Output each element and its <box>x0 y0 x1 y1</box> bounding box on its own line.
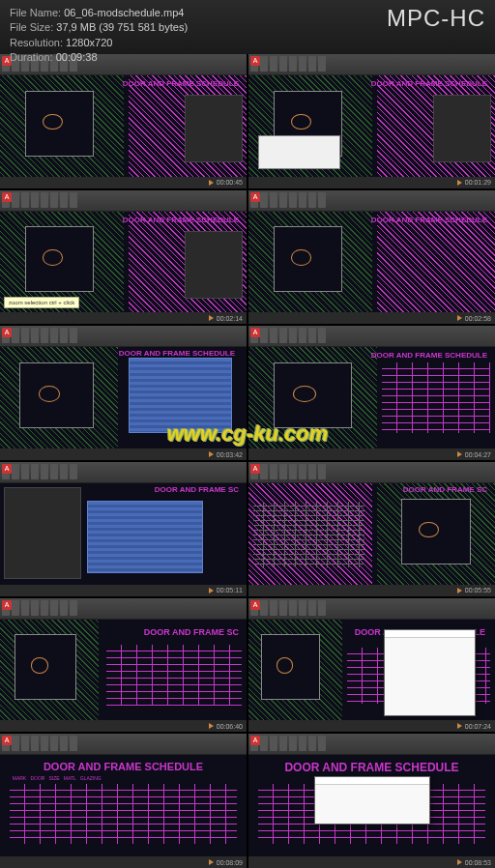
properties-panel[interactable] <box>185 95 243 162</box>
timestamp: 00:03:42 <box>217 451 243 458</box>
drawing-canvas: DOOR AND FRAME SCHEDULE MARK DOOR SIZE M… <box>0 755 247 856</box>
status-bar: 00:08:53 <box>248 856 495 868</box>
schedule-title: DOOR AND FRAME SCHEDULE <box>119 349 235 358</box>
timestamp: 00:02:14 <box>217 315 243 322</box>
app-title: MPC-HC <box>387 2 485 35</box>
ribbon-toolbar <box>0 734 247 755</box>
autocad-icon: A <box>2 736 12 745</box>
autocad-icon: A <box>250 736 260 745</box>
thumbnail-4[interactable]: A DOOR AND FRAME SCHEDULE 00:02:58 <box>248 190 495 325</box>
thumbnail-6[interactable]: A DOOR AND FRAME SCHEDULE 00:04:27 <box>248 326 495 460</box>
drawing-canvas: DOOR AND FRAME SC <box>248 483 495 585</box>
drawing-canvas: DOOR AND FRAME SCHEDULE <box>248 620 495 721</box>
status-bar: 00:07:24 <box>248 720 495 732</box>
schedule-title: DOOR AND FRAME SCHEDULE <box>44 761 203 772</box>
col-mark: MARK <box>13 775 26 781</box>
play-icon <box>457 859 462 865</box>
drawing-canvas: DOOR AND FRAME SCHEDULE <box>0 75 247 177</box>
timestamp: 00:07:24 <box>465 723 491 730</box>
thumbnail-7[interactable]: A DOOR AND FRAME SC 00:05:11 <box>0 462 247 596</box>
status-bar: 00:02:58 <box>248 312 495 324</box>
file-size-label: File Size: <box>10 21 53 33</box>
timestamp: 00:00:45 <box>217 179 243 186</box>
file-name-value: 06_06-modschedule.mp4 <box>64 7 184 18</box>
schedule-title: DOOR AND FRAME SCHEDULE <box>371 216 487 224</box>
timestamp: 00:05:11 <box>217 587 243 593</box>
drawing-canvas: DOOR AND FRAME SCHEDULE <box>248 212 495 313</box>
autocad-icon: A <box>2 328 12 337</box>
data-table[interactable] <box>129 358 232 434</box>
autocad-icon: A <box>2 192 12 202</box>
autocad-icon: A <box>250 192 260 202</box>
ribbon-toolbar <box>248 598 495 620</box>
options-panel[interactable] <box>4 487 81 579</box>
status-bar: 00:03:42 <box>0 448 247 460</box>
properties-panel[interactable] <box>433 95 491 162</box>
schedule-title: DOOR AND FRAME SCHEDULE <box>123 216 239 224</box>
thumbnail-8[interactable]: A DOOR AND FRAME SC 00:05:55 <box>248 462 495 596</box>
resolution-label: Resolution: <box>10 37 63 48</box>
ribbon-toolbar <box>248 190 495 212</box>
drawing-canvas: DOOR AND FRAME SCHEDULE <box>248 755 495 856</box>
timestamp: 00:08:09 <box>217 859 243 866</box>
timestamp: 00:06:40 <box>217 723 243 730</box>
ribbon-toolbar <box>248 734 495 755</box>
play-icon <box>209 723 214 729</box>
play-icon <box>209 859 214 865</box>
status-bar: 00:01:29 <box>248 177 495 188</box>
drawing-canvas: DOOR AND FRAME SCHEDULE <box>0 347 247 448</box>
schedule-title: DOOR AND FRAME SC <box>403 485 487 494</box>
file-size-value: 37,9 MB (39 751 581 bytes) <box>56 21 188 33</box>
play-icon <box>457 315 462 321</box>
data-table[interactable] <box>87 501 203 573</box>
file-name-label: File Name: <box>10 7 61 18</box>
duration-label: Duration: <box>10 51 53 63</box>
ribbon-toolbar <box>248 462 495 483</box>
autocad-icon: A <box>2 600 12 610</box>
timestamp: 00:05:55 <box>465 587 491 593</box>
thumbnail-10[interactable]: A DOOR AND FRAME SCHEDULE 00:07:24 <box>248 598 495 733</box>
col-door: DOOR <box>30 775 44 781</box>
schedule-title: DOOR AND FRAME SCHEDULE <box>123 79 239 88</box>
thumbnail-9[interactable]: A DOOR AND FRAME SC 00:06:40 <box>0 598 247 733</box>
thumbnail-1[interactable]: A DOOR AND FRAME SCHEDULE 00:00:45 <box>0 54 247 188</box>
schedule-title: DOOR AND FRAME SC <box>155 485 239 494</box>
status-bar: 00:04:27 <box>248 448 495 460</box>
ribbon-toolbar <box>0 326 247 347</box>
status-bar: 00:05:55 <box>248 585 495 596</box>
schedule-title: DOOR AND FRAME SC <box>144 627 239 637</box>
drawing-canvas: DOOR AND FRAME SC <box>0 620 247 721</box>
thumbnail-11[interactable]: A DOOR AND FRAME SCHEDULE MARK DOOR SIZE… <box>0 734 247 868</box>
thumbnail-2[interactable]: A DOOR AND FRAME SCHEDULE 00:01:29 <box>248 54 495 188</box>
timestamp: 00:08:53 <box>465 859 491 866</box>
play-icon <box>457 588 462 593</box>
autocad-icon: A <box>2 464 12 474</box>
schedule-title: DOOR AND FRAME SCHEDULE <box>371 79 487 88</box>
status-bar: 00:00:45 <box>0 177 247 188</box>
alert-dialog[interactable] <box>314 776 430 825</box>
properties-panel[interactable] <box>185 231 243 299</box>
status-bar: 00:06:40 <box>0 720 247 732</box>
col-glazing: GLAZING <box>80 775 102 781</box>
thumbnail-5[interactable]: A DOOR AND FRAME SCHEDULE 00:03:42 <box>0 326 247 460</box>
timestamp: 00:01:29 <box>465 179 491 186</box>
resolution-value: 1280x720 <box>66 37 112 48</box>
play-icon <box>209 588 214 593</box>
thumbnail-3[interactable]: A DOOR AND FRAME SCHEDULE zoom selection… <box>0 190 247 325</box>
autocad-icon: A <box>250 600 260 610</box>
autocad-icon: A <box>250 464 260 474</box>
status-bar: 00:05:11 <box>0 585 247 596</box>
info-header: File Name: 06_06-modschedule.mp4 File Si… <box>0 0 495 54</box>
export-dialog[interactable] <box>384 629 476 716</box>
status-bar: 00:02:14 <box>0 312 247 324</box>
ribbon-toolbar <box>248 326 495 347</box>
autocad-icon: A <box>250 328 260 337</box>
col-size: SIZE <box>49 775 60 781</box>
drawing-canvas: DOOR AND FRAME SC <box>0 483 247 585</box>
help-tooltip <box>258 135 340 169</box>
status-bar: 00:08:09 <box>0 856 247 868</box>
thumbnail-12[interactable]: A DOOR AND FRAME SCHEDULE 00:08:53 <box>248 734 495 868</box>
play-icon <box>209 180 214 186</box>
zoom-tooltip: zoom selection ctrl + click <box>4 297 79 308</box>
play-icon <box>457 451 462 457</box>
